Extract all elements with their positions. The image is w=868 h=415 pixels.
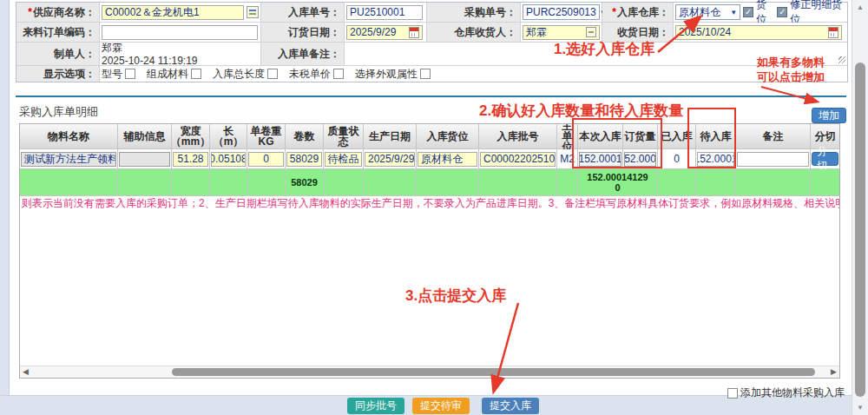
page-left-margin bbox=[0, 0, 10, 415]
add-row-button[interactable]: 增加 bbox=[812, 108, 846, 123]
detail-panel: 采购入库单明细 增加 物料名称 辅助信息 宽度 （mm） 长 （m） 单卷重 K… bbox=[16, 96, 846, 394]
material-input[interactable]: 测试新方法生产领料卷料 bbox=[21, 152, 116, 167]
option-total-length-label: 入库总长度 bbox=[213, 67, 265, 82]
option-material-checkbox[interactable] bbox=[191, 69, 201, 79]
qty-in-input[interactable]: 152.0001 bbox=[579, 152, 621, 167]
prod-date-input[interactable]: 2025/9/29 1 bbox=[365, 152, 415, 167]
entry-remark-textarea[interactable] bbox=[345, 43, 847, 65]
creator-time: 2025-10-24 11:19:19 bbox=[102, 56, 198, 66]
col-prod-date: 生产日期 bbox=[364, 124, 416, 148]
quality-input[interactable]: 待检品 bbox=[325, 152, 362, 167]
roll-weight-input[interactable]: 0 bbox=[248, 152, 284, 167]
qty-order-input[interactable]: 152.0001 bbox=[624, 152, 656, 167]
option-appearance-checkbox[interactable] bbox=[420, 69, 431, 79]
col-qty-order: 订货量 bbox=[623, 124, 657, 148]
entry-remark-label: 入库单备注： bbox=[261, 43, 344, 65]
option-appearance-label: 选择外观属性 bbox=[355, 67, 418, 82]
creator-label: 制单人： bbox=[16, 43, 99, 65]
required-mark: * bbox=[28, 6, 32, 18]
table-row: 测试新方法生产领料卷料 bbox=[20, 149, 117, 168]
add-other-material-option[interactable]: 添加其他物料采购入库 bbox=[727, 385, 845, 400]
col-rolls: 卷数 bbox=[286, 124, 323, 148]
warehouse-label: *入库仓库： bbox=[602, 3, 673, 22]
slot-checkbox[interactable]: ✓ bbox=[743, 7, 753, 17]
col-width: 宽度 （mm） bbox=[172, 124, 209, 148]
batch-input[interactable]: C000022025102411 bbox=[480, 152, 556, 167]
qty-pending-input[interactable]: 152.0001 bbox=[697, 152, 734, 167]
receive-date-label: 收货日期： bbox=[602, 23, 673, 42]
warehouse-select[interactable]: 原材料仓▼ bbox=[675, 4, 740, 20]
option-pretax-price-checkbox[interactable] bbox=[333, 69, 344, 79]
submit-entry-button[interactable]: 提交入库 bbox=[482, 398, 539, 414]
col-quality: 质量状态 bbox=[324, 124, 363, 148]
entry-form: *供应商名称： C00002＆金龙机电1 入库单号： PU2510001 采购单… bbox=[16, 2, 848, 82]
option-pretax-price-label: 未税单价 bbox=[289, 67, 331, 82]
width-input[interactable]: 51.28 bbox=[173, 152, 208, 167]
col-remark: 备注 bbox=[736, 124, 810, 148]
option-total-length-checkbox[interactable] bbox=[267, 69, 278, 79]
chevron-down-icon: ▼ bbox=[730, 9, 737, 16]
purchase-no-select[interactable]: PURC2509013▼ bbox=[523, 4, 600, 20]
order-date-label: 订货日期： bbox=[261, 23, 344, 42]
slot-input[interactable]: 原材料仓 bbox=[418, 152, 477, 167]
length-input[interactable]: 0.05108 bbox=[211, 152, 246, 167]
receiver-lookup-icon[interactable] bbox=[586, 27, 596, 37]
col-slot: 入库货位 bbox=[417, 124, 478, 148]
col-qty-pending: 待入库 bbox=[696, 124, 735, 148]
unit-value: M2 bbox=[557, 149, 577, 168]
add-other-label: 添加其他物料采购入库 bbox=[740, 385, 845, 400]
submit-review-button[interactable]: 提交待审 bbox=[412, 398, 470, 414]
vertical-scroll-thumb[interactable] bbox=[855, 63, 865, 397]
supplier-input[interactable]: C00002＆金龙机电1 bbox=[102, 5, 244, 20]
rolls-input[interactable]: 58029 bbox=[286, 152, 322, 167]
add-other-checkbox[interactable] bbox=[727, 388, 738, 399]
creator-name: 郑霖 bbox=[102, 43, 122, 53]
calendar-icon[interactable] bbox=[409, 27, 419, 38]
horizontal-scroll-thumb[interactable] bbox=[172, 368, 815, 376]
entry-no-input[interactable]: PU2510001 bbox=[346, 5, 423, 20]
detail-table: 物料名称 辅助信息 宽度 （mm） 长 （m） 单卷重 KG 卷数 质量状态 生… bbox=[19, 123, 840, 379]
receive-date-input[interactable]: 2025/10/24 bbox=[675, 25, 842, 40]
incoming-order-input[interactable] bbox=[102, 25, 258, 40]
supplier-lookup-icon[interactable] bbox=[247, 6, 259, 18]
order-date-input[interactable]: 2025/9/29 bbox=[346, 25, 423, 40]
supplier-label: *供应商名称： bbox=[16, 3, 99, 22]
resize-handle-icon[interactable] bbox=[838, 56, 845, 63]
summary-rolls: 58029 bbox=[286, 169, 323, 195]
summary-qty: 152.000141290 bbox=[578, 169, 657, 195]
vertical-scrollbar[interactable]: ▲ ▼ bbox=[852, 0, 868, 415]
col-batch: 入库批号 bbox=[479, 124, 556, 148]
note-text: 则表示当前没有需要入库的采购订单；2、生产日期栏填写待入库物料的实际生产日期，不… bbox=[20, 196, 839, 209]
col-material: 物料名称 bbox=[20, 124, 117, 148]
horizontal-scrollbar[interactable]: ◀ ▶ bbox=[20, 366, 839, 378]
option-material-label: 组成材料 bbox=[147, 67, 188, 82]
aux-input[interactable] bbox=[119, 152, 170, 167]
qty-done-value: 0 bbox=[658, 149, 695, 168]
col-qty-done: 已入库 bbox=[658, 124, 695, 148]
entry-no-label: 入库单号： bbox=[261, 3, 344, 22]
footer-buttons: 同步批号 提交待审 提交入库 bbox=[347, 398, 539, 414]
fix-slot-checkbox[interactable]: ✓ bbox=[777, 7, 787, 17]
calendar-icon[interactable] bbox=[828, 27, 838, 38]
scroll-left-icon[interactable]: ◀ bbox=[23, 367, 29, 377]
col-aux: 辅助信息 bbox=[118, 124, 171, 148]
receiver-label: 仓库收货人： bbox=[427, 23, 520, 42]
detail-title: 采购入库单明细 bbox=[19, 104, 98, 120]
scroll-up-icon[interactable]: ▲ bbox=[852, 3, 868, 11]
scroll-down-icon[interactable]: ▼ bbox=[852, 404, 868, 412]
col-unit: 主 单位 bbox=[557, 124, 577, 148]
col-length: 长 （m） bbox=[210, 124, 247, 148]
option-model-label: 型号 bbox=[102, 67, 122, 82]
incoming-order-label: 来料订单编码： bbox=[16, 23, 99, 42]
row-remark-input[interactable] bbox=[737, 152, 809, 167]
col-qty-in: 本次入库 bbox=[578, 124, 622, 148]
option-model-checkbox[interactable] bbox=[125, 69, 135, 79]
receiver-input[interactable]: 郑霖 bbox=[523, 25, 600, 40]
creator-value: 郑霖 2025-10-24 11:19:19 bbox=[100, 43, 260, 65]
summary-row bbox=[20, 169, 117, 195]
purchase-no-label: 采购单号： bbox=[427, 3, 520, 22]
sync-batch-button[interactable]: 同步批号 bbox=[347, 398, 404, 414]
scroll-right-icon[interactable]: ▶ bbox=[831, 367, 837, 377]
split-button[interactable]: 分切 bbox=[812, 152, 838, 166]
display-options-label: 显示选项： bbox=[16, 66, 99, 82]
